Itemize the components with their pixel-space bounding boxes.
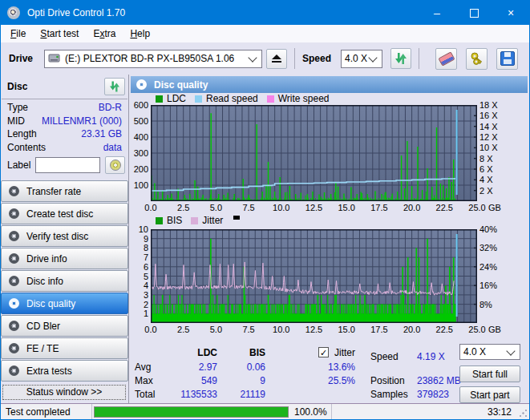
sidebar-item-label: Extra tests xyxy=(26,365,72,377)
sidebar-item-disc-info[interactable]: Disc info xyxy=(1,270,128,292)
options-button[interactable] xyxy=(466,48,488,70)
sidebar-item-fe-te[interactable]: FE / TE xyxy=(1,337,128,359)
axis-tick-label: 12 X xyxy=(479,132,512,142)
position-stat-label: Position xyxy=(370,375,405,386)
sidebar-item-transfer-rate[interactable]: Transfer rate xyxy=(1,180,128,202)
results-panel: LDC BIS ✓ Jitter Avg 2.97 0.06 13.6% Max… xyxy=(129,337,529,406)
sidebar-item-label: Create test disc xyxy=(26,208,93,220)
resize-grip[interactable] xyxy=(519,409,528,418)
disc-icon xyxy=(9,186,19,196)
axis-tick-label: 6 xyxy=(129,262,148,272)
axis-tick-label: 100 xyxy=(129,180,148,190)
drive-select[interactable]: (E:) PLEXTOR BD-R PX-LB950SA 1.06 xyxy=(44,50,262,68)
disc-icon xyxy=(9,231,19,241)
sidebar-item-drive-info[interactable]: Drive info xyxy=(1,248,128,269)
sidebar-item-cd-bler[interactable]: CD Bler xyxy=(1,315,128,337)
chart1-plot xyxy=(151,105,477,201)
sidebar-nav: Transfer rate Create test disc Verify te… xyxy=(1,180,128,382)
legend-label: LDC xyxy=(167,93,186,104)
status-bar: Test completed 100.0% 33:12 xyxy=(1,403,529,419)
write-speed-legend-swatch xyxy=(267,95,274,103)
axis-tick-label: 5.0 xyxy=(204,203,227,212)
axis-tick-label: 8% xyxy=(479,300,512,309)
write-label-button[interactable] xyxy=(105,156,125,174)
drive-icon xyxy=(48,53,61,64)
axis-tick-label: 7 xyxy=(129,252,148,262)
sidebar-item-verify-test-disc[interactable]: Verify test disc xyxy=(1,225,128,247)
chart2-plot xyxy=(151,229,477,323)
disc-refresh-button[interactable] xyxy=(104,78,125,95)
test-speed-select[interactable]: 4.0 X xyxy=(459,344,520,360)
read-speed-legend-swatch xyxy=(195,95,202,103)
axis-tick-label: 12.5 xyxy=(303,325,326,334)
maximize-button[interactable] xyxy=(455,1,492,25)
chevron-down-icon xyxy=(368,53,377,62)
max-jitter-value: 25.5% xyxy=(301,375,355,386)
axis-tick-label: 24% xyxy=(479,262,512,272)
minimize-button[interactable]: – xyxy=(419,1,455,25)
start-full-button[interactable]: Start full xyxy=(459,365,520,382)
erase-disc-button[interactable] xyxy=(435,48,457,70)
axis-unit-label: GB xyxy=(488,203,501,212)
sidebar-item-create-test-disc[interactable]: Create test disc xyxy=(1,203,128,224)
drive-value: (E:) PLEXTOR BD-R PX-LB950SA 1.06 xyxy=(65,53,234,64)
page-title-bar: Disc quality xyxy=(131,76,528,93)
axis-tick-label: 22.5 xyxy=(433,325,455,334)
axis-tick-label: 2 X xyxy=(479,186,512,196)
eject-button[interactable] xyxy=(266,49,287,69)
sidebar-item-disc-quality[interactable]: Disc quality xyxy=(1,293,128,314)
chart1-legend: LDCRead speedWrite speed xyxy=(156,93,334,104)
field-label: Type xyxy=(7,102,28,113)
status-window-button[interactable]: Status window >> xyxy=(2,385,126,400)
axis-tick-label: 8 X xyxy=(479,154,512,164)
axis-tick-label: 20.0 xyxy=(401,203,423,212)
disc-icon xyxy=(136,79,147,90)
label-input[interactable] xyxy=(35,157,100,173)
sidebar-item-label: Transfer rate xyxy=(26,186,81,197)
chevron-down-icon xyxy=(506,346,515,355)
disc-icon xyxy=(9,343,19,353)
axis-tick-label: 17.5 xyxy=(368,325,390,334)
axis-tick-label: 17.5 xyxy=(368,203,390,212)
axis-tick-label: 0.0 xyxy=(140,203,162,212)
axis-tick-label: 3 xyxy=(129,290,148,300)
max-row-label: Max xyxy=(135,375,153,386)
sidebar: Disc Type BD-R MID MILLENMR1 (000) Lengt… xyxy=(1,75,129,403)
sidebar-item-extra-tests[interactable]: Extra tests xyxy=(1,360,128,382)
axis-tick-label: 12.5 xyxy=(303,203,326,212)
jitter-legend-swatch xyxy=(191,217,198,224)
jitter-checkbox[interactable]: ✓ xyxy=(318,347,329,357)
avg-jitter-value: 13.6% xyxy=(301,361,355,373)
axis-tick-label: 7.5 xyxy=(237,325,260,334)
save-button[interactable] xyxy=(496,48,518,70)
axis-tick-label: 25.0 xyxy=(466,203,488,212)
drive-label: Drive xyxy=(9,53,33,64)
keys-icon xyxy=(469,51,484,67)
menu-start-test[interactable]: Start test xyxy=(33,26,86,41)
axis-tick-label: 300 xyxy=(129,148,148,158)
axis-tick-label: 40% xyxy=(479,224,512,234)
disc-panel-title: Disc xyxy=(7,81,27,92)
start-part-button[interactable]: Start part xyxy=(459,386,520,403)
field-label: Length xyxy=(7,128,37,139)
menu-extra[interactable]: Extra xyxy=(86,26,123,41)
max-bis-value: 9 xyxy=(224,375,265,386)
bis-legend-swatch xyxy=(156,217,163,224)
axis-tick-label: 10.0 xyxy=(270,325,293,334)
refresh-button[interactable] xyxy=(390,48,411,69)
save-icon xyxy=(500,51,515,66)
avg-ldc-value: 2.97 xyxy=(174,361,217,373)
disc-icon xyxy=(9,253,19,264)
axis-tick-label: 8 xyxy=(129,243,148,252)
axis-tick-label: 6 X xyxy=(479,164,512,174)
menu-file[interactable]: File xyxy=(3,26,33,41)
disc-icon xyxy=(9,298,19,309)
menu-help[interactable]: Help xyxy=(123,26,157,41)
speed-label: Speed xyxy=(302,53,331,64)
axis-tick-label: 15.0 xyxy=(335,203,358,212)
samples-stat-label: Samples xyxy=(370,389,408,400)
toolbar: Drive (E:) PLEXTOR BD-R PX-LB950SA 1.06 … xyxy=(1,42,529,75)
speed-select[interactable]: 4.0 X xyxy=(341,50,382,68)
close-button[interactable]: × xyxy=(492,1,529,25)
field-value: 23.31 GB xyxy=(81,128,122,139)
